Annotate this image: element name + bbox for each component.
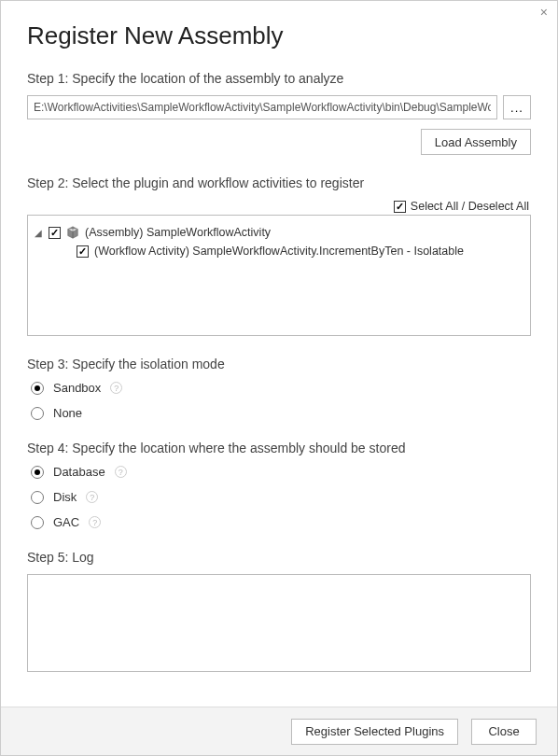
step2-section: Step 2: Select the plugin and workflow a… [27,175,531,336]
isolation-sandbox-radio[interactable] [31,382,44,395]
assembly-path-input[interactable] [27,95,497,119]
location-database-radio[interactable] [31,466,44,479]
activity-node-label: (Workflow Activity) SampleWorkflowActivi… [94,245,464,258]
isolation-sandbox-label: Sandbox [53,381,101,395]
help-icon[interactable]: ? [89,516,101,528]
dialog-footer: Register Selected Plugins Close [1,707,557,755]
step4-label: Step 4: Specify the location where the a… [27,441,531,455]
browse-button[interactable]: ... [503,95,531,119]
location-disk-radio[interactable] [31,491,44,504]
step1-label: Step 1: Specify the location of the asse… [27,71,531,86]
register-assembly-dialog: × Register New Assembly Step 1: Specify … [1,1,557,755]
activity-tree[interactable]: ◢ (Assembly) SampleWorkflowActivity (Wor… [27,215,531,336]
assembly-node-label: (Assembly) SampleWorkflowActivity [85,226,271,239]
step4-section: Step 4: Specify the location where the a… [27,441,531,529]
step5-label: Step 5: Log [27,550,531,565]
log-textarea[interactable] [27,574,531,672]
step2-label: Step 2: Select the plugin and workflow a… [27,175,531,190]
activity-checkbox[interactable] [77,245,89,258]
help-icon[interactable]: ? [115,466,127,478]
assembly-icon [66,226,79,239]
dialog-body: Register New Assembly Step 1: Specify th… [1,1,557,707]
step1-section: Step 1: Specify the location of the asse… [27,71,531,155]
close-button[interactable]: Close [471,719,537,745]
dialog-title: Register New Assembly [27,21,531,50]
tree-row-activity[interactable]: (Workflow Activity) SampleWorkflowActivi… [34,242,524,260]
assembly-checkbox[interactable] [49,227,61,239]
isolation-none-label: None [53,406,82,420]
load-assembly-button[interactable]: Load Assembly [421,129,531,155]
step5-section: Step 5: Log [27,550,531,672]
location-gac-radio[interactable] [31,516,44,529]
location-gac-label: GAC [53,515,79,529]
help-icon[interactable]: ? [86,491,98,503]
step3-section: Step 3: Specify the isolation mode Sandb… [27,357,531,420]
location-database-label: Database [53,465,105,479]
tree-row-assembly[interactable]: ◢ (Assembly) SampleWorkflowActivity [34,223,524,242]
register-selected-button[interactable]: Register Selected Plugins [291,719,458,745]
select-all-label: Select All / Deselect All [411,200,529,213]
close-icon[interactable]: × [540,5,548,20]
expand-toggle-icon[interactable]: ◢ [34,228,43,238]
location-disk-label: Disk [53,490,77,504]
help-icon[interactable]: ? [110,382,122,394]
isolation-none-radio[interactable] [31,407,44,420]
step3-label: Step 3: Specify the isolation mode [27,357,531,371]
select-all-checkbox[interactable] [394,201,406,213]
